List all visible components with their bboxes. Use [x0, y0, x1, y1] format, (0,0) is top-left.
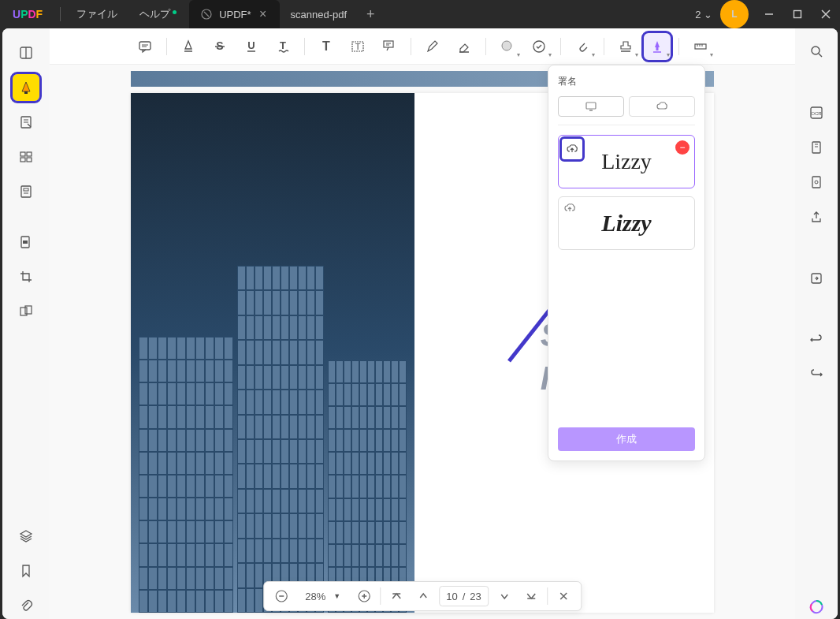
sidebar-bookmark-icon[interactable]: [13, 557, 39, 584]
svg-point-52: [812, 47, 820, 54]
svg-rect-7: [20, 152, 25, 156]
tb-pencil-icon[interactable]: [419, 33, 446, 60]
tb-strikethrough-icon[interactable]: S: [206, 33, 233, 60]
sidebar-edit-icon[interactable]: [13, 109, 39, 136]
sidebar-redact-icon[interactable]: [13, 229, 39, 255]
tb-eraser-icon[interactable]: [451, 33, 478, 60]
prev-page-button[interactable]: [412, 585, 434, 607]
zoom-in-button[interactable]: [353, 585, 375, 607]
signature-item-2[interactable]: Lizzy: [558, 196, 695, 250]
svg-rect-9: [20, 158, 25, 162]
close-button[interactable]: [812, 0, 840, 28]
first-page-button[interactable]: [385, 585, 407, 607]
share-icon[interactable]: [805, 205, 828, 229]
sidebar-attachment-icon[interactable]: [13, 592, 39, 619]
tab-updf[interactable]: UPDF* ×: [189, 0, 279, 28]
svg-rect-5: [24, 91, 28, 94]
tab-close-icon[interactable]: ×: [258, 9, 269, 20]
signature-preview: Lizzy: [601, 210, 651, 237]
signature-item-1[interactable]: − Lizzy: [558, 135, 695, 188]
maximize-button[interactable]: [783, 0, 812, 28]
signature-panel: 署名 − Lizzy Lizzy 作成: [548, 65, 705, 461]
sidebar-crop-icon[interactable]: [13, 263, 39, 290]
svg-line-53: [819, 54, 822, 57]
tb-shape-icon[interactable]: ▾: [494, 33, 521, 60]
tb-note-icon[interactable]: [132, 33, 158, 60]
tb-stamp-icon[interactable]: ▾: [526, 33, 552, 60]
svg-text:S: S: [216, 39, 223, 52]
svg-rect-39: [695, 44, 706, 49]
close-bottombar-button[interactable]: [552, 585, 574, 607]
tb-underline-icon[interactable]: U: [238, 33, 265, 60]
tab-icon: [200, 8, 213, 21]
sidebar-layers-icon[interactable]: [13, 523, 39, 550]
svg-point-35: [533, 41, 545, 52]
svg-point-34: [502, 41, 511, 50]
sidebar-compare-icon[interactable]: [13, 298, 39, 325]
avatar[interactable]: L: [720, 0, 749, 28]
page-indicator[interactable]: 10 / 23: [439, 586, 489, 606]
svg-rect-11: [21, 186, 31, 197]
zoom-level[interactable]: 28% ▼: [297, 591, 348, 602]
menu-file[interactable]: ファイル: [65, 7, 128, 21]
undo-icon[interactable]: [805, 328, 828, 352]
svg-rect-15: [23, 241, 28, 244]
svg-rect-10: [27, 158, 32, 162]
sidebar-form-icon[interactable]: [13, 178, 39, 205]
svg-rect-12: [24, 188, 28, 191]
tb-callout-icon[interactable]: [376, 33, 403, 60]
menu-help[interactable]: ヘルプ: [128, 7, 181, 21]
tb-text-icon[interactable]: T: [313, 33, 340, 60]
svg-rect-2: [794, 11, 801, 18]
sidebar-comment-icon[interactable]: [13, 74, 39, 101]
tb-textbox-icon[interactable]: T: [344, 33, 371, 60]
svg-point-58: [815, 181, 818, 184]
minimize-button[interactable]: [755, 0, 783, 28]
tb-highlight-icon[interactable]: [175, 33, 202, 60]
svg-rect-8: [27, 152, 32, 156]
ocr-icon[interactable]: OCR: [805, 101, 828, 125]
ai-icon[interactable]: [805, 595, 828, 619]
sig-tab-cloud[interactable]: [629, 96, 695, 117]
tb-signature-icon[interactable]: ▾: [644, 33, 671, 60]
protect-icon[interactable]: [805, 170, 828, 194]
zoom-out-button[interactable]: [270, 585, 292, 607]
create-signature-button[interactable]: 作成: [558, 427, 695, 451]
compress-icon[interactable]: [805, 136, 828, 159]
redo-icon[interactable]: [805, 363, 828, 386]
sidebar-reader-icon[interactable]: [13, 39, 39, 66]
tab-scanned[interactable]: scanned-pdf: [280, 0, 359, 28]
export-icon[interactable]: [805, 267, 828, 290]
svg-text:T: T: [322, 39, 330, 53]
sig-delete-icon[interactable]: −: [675, 140, 689, 155]
svg-rect-18: [139, 42, 151, 50]
next-page-button[interactable]: [493, 585, 515, 607]
signature-panel-title: 署名: [558, 75, 695, 88]
last-page-button[interactable]: [520, 585, 542, 607]
svg-rect-50: [586, 103, 596, 109]
tab-title: scanned-pdf: [291, 9, 348, 21]
notification-badge[interactable]: 2 ⌄: [695, 9, 712, 21]
tb-measure-icon[interactable]: ▾: [687, 33, 714, 60]
svg-text:OCR: OCR: [811, 111, 822, 116]
svg-text:U: U: [247, 39, 255, 51]
svg-text:T: T: [355, 42, 360, 51]
sig-tab-local[interactable]: [558, 96, 624, 117]
svg-rect-30: [384, 41, 393, 47]
svg-rect-57: [812, 177, 820, 188]
app-logo: UPDF: [0, 8, 55, 21]
tb-squiggly-icon[interactable]: T: [269, 33, 296, 60]
sig-cloud-icon: [563, 202, 576, 214]
svg-rect-37: [656, 47, 658, 50]
tb-stamp2-icon[interactable]: ▾: [612, 33, 639, 60]
tab-title: UPDF*: [219, 9, 251, 21]
signature-preview: Lizzy: [601, 149, 652, 174]
sidebar-organize-icon[interactable]: [13, 144, 39, 170]
svg-rect-56: [812, 142, 820, 153]
tb-attach-icon[interactable]: ▾: [569, 33, 596, 60]
sig-upload-cloud-icon[interactable]: [562, 139, 582, 159]
search-icon[interactable]: [805, 39, 828, 63]
new-tab-button[interactable]: +: [358, 0, 383, 28]
svg-text:T: T: [280, 39, 286, 51]
